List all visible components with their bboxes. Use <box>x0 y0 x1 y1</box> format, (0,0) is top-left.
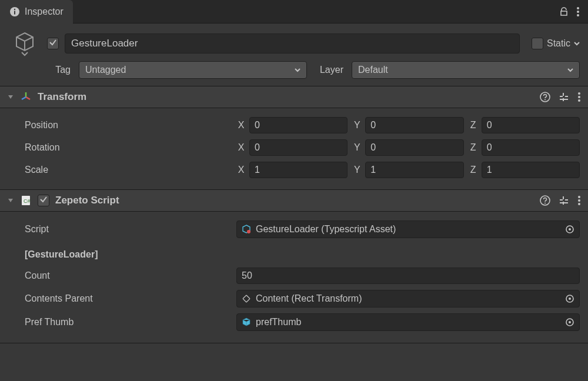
z-label: Z <box>469 120 478 131</box>
kebab-menu-icon[interactable] <box>576 6 580 17</box>
layer-dropdown[interactable]: Default <box>352 61 580 79</box>
svg-point-4 <box>577 11 579 13</box>
tag-dropdown[interactable]: Untagged <box>79 61 307 79</box>
script-icon: C# <box>20 195 32 206</box>
script-object-field[interactable]: GestureLoader (Typescript Asset) <box>236 220 580 238</box>
preset-icon[interactable] <box>559 195 569 206</box>
svg-text:C#: C# <box>24 198 31 204</box>
foldout-icon[interactable] <box>7 198 14 203</box>
info-icon <box>9 6 20 17</box>
svg-rect-1 <box>14 11 15 14</box>
rotation-z-input[interactable] <box>482 139 580 156</box>
contents-parent-field[interactable]: Content (Rect Transform) <box>236 290 580 308</box>
transform-icon <box>20 91 32 103</box>
rect-transform-icon <box>242 294 251 303</box>
position-x-input[interactable] <box>249 117 348 133</box>
object-picker-icon[interactable] <box>565 225 574 234</box>
zepeto-script-header[interactable]: C# Zepeto Script <box>0 189 588 212</box>
object-picker-icon[interactable] <box>565 294 574 303</box>
chevron-down-icon[interactable] <box>574 42 580 46</box>
svg-point-25 <box>578 196 580 198</box>
y-label: Y <box>352 165 362 175</box>
check-icon <box>39 195 48 206</box>
position-z-input[interactable] <box>482 117 580 133</box>
gameobject-name-input[interactable] <box>65 34 520 54</box>
count-input[interactable] <box>236 268 580 284</box>
x-label: X <box>236 142 246 153</box>
y-label: Y <box>352 120 362 131</box>
svg-point-32 <box>569 298 571 300</box>
scale-y-input[interactable] <box>365 162 463 178</box>
zepeto-script-body: Script GestureLoader (Typescript Asset) … <box>0 212 588 342</box>
preset-icon[interactable] <box>559 92 569 102</box>
z-label: Z <box>469 142 478 153</box>
count-row: Count <box>8 265 580 287</box>
component-enabled-checkbox[interactable] <box>38 195 49 206</box>
position-row: Position X Y Z <box>8 114 580 136</box>
contents-parent-row: Contents Parent Content (Rect Transform) <box>8 287 580 310</box>
object-picker-icon[interactable] <box>565 317 574 327</box>
chevron-down-icon[interactable] <box>21 52 28 56</box>
pref-thumb-row: Pref Thumb prefThumb <box>8 310 580 334</box>
x-label: X <box>236 120 246 131</box>
svg-point-26 <box>578 199 580 202</box>
rotation-x-input[interactable] <box>249 139 348 156</box>
layer-value: Default <box>358 65 388 75</box>
kebab-menu-icon[interactable] <box>577 92 581 102</box>
prefab-icon <box>242 317 251 327</box>
enabled-checkbox[interactable] <box>47 38 59 49</box>
transform-body: Position X Y Z Rotation X Y Z Scale X Y … <box>0 108 588 189</box>
static-checkbox[interactable] <box>532 38 543 49</box>
scale-z-input[interactable] <box>482 162 580 178</box>
svg-point-18 <box>540 196 550 205</box>
svg-point-5 <box>577 14 579 16</box>
transform-header[interactable]: Transform <box>0 86 588 108</box>
svg-point-15 <box>578 99 580 102</box>
svg-rect-21 <box>565 199 568 200</box>
svg-rect-24 <box>560 202 568 203</box>
static-label: Static <box>547 38 570 49</box>
svg-point-14 <box>578 96 580 98</box>
tab-bar: Inspector <box>0 0 588 24</box>
help-icon[interactable] <box>540 195 550 206</box>
svg-point-3 <box>577 7 579 9</box>
pref-thumb-field[interactable]: prefThumb <box>236 313 580 331</box>
contents-parent-value: Content (Rect Transform) <box>256 293 362 304</box>
svg-rect-10 <box>563 93 564 96</box>
tag-value: Untagged <box>85 65 126 75</box>
inspector-tab[interactable]: Inspector <box>0 0 73 24</box>
pref-thumb-value: prefThumb <box>256 317 301 327</box>
count-label: Count <box>8 270 232 281</box>
svg-point-27 <box>578 203 580 205</box>
position-label: Position <box>8 120 232 131</box>
gameobject-header: Static <box>0 24 588 59</box>
script-row: Script GestureLoader (Typescript Asset) <box>8 218 580 241</box>
y-label: Y <box>352 142 362 153</box>
svg-rect-8 <box>560 96 563 97</box>
svg-point-34 <box>569 321 571 323</box>
svg-point-2 <box>14 8 15 9</box>
rotation-label: Rotation <box>8 142 232 153</box>
script-label: Script <box>8 224 232 235</box>
help-icon[interactable] <box>540 92 550 102</box>
position-y-input[interactable] <box>365 117 463 133</box>
scale-x-input[interactable] <box>249 162 348 178</box>
kebab-menu-icon[interactable] <box>577 195 581 206</box>
tag-label: Tag <box>41 65 74 75</box>
svg-rect-20 <box>560 199 563 200</box>
x-label: X <box>236 165 246 175</box>
pref-thumb-label: Pref Thumb <box>8 317 232 327</box>
svg-point-13 <box>578 92 580 95</box>
svg-rect-22 <box>563 196 564 199</box>
scale-label: Scale <box>8 165 232 175</box>
rotation-y-input[interactable] <box>365 139 463 156</box>
svg-rect-12 <box>560 99 568 100</box>
foldout-icon[interactable] <box>7 94 14 100</box>
tag-layer-row: Tag Untagged Layer Default <box>0 59 588 86</box>
lock-icon[interactable] <box>559 6 569 17</box>
svg-point-7 <box>544 99 546 101</box>
svg-point-6 <box>540 92 550 102</box>
chevron-down-icon <box>295 68 300 72</box>
gameobject-icon[interactable] <box>13 31 36 54</box>
layer-label: Layer <box>312 65 347 75</box>
